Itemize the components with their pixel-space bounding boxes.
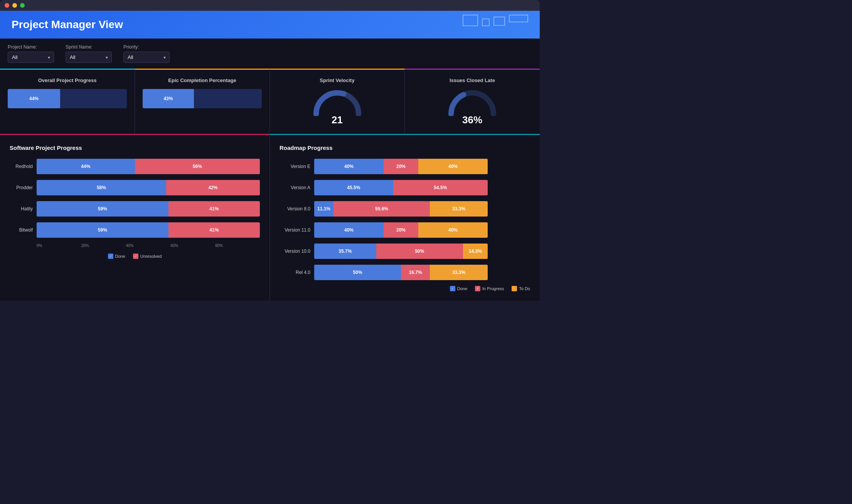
bar-label: Hatity: [10, 206, 33, 212]
roadmap-bar-track: 50%16.7%33.3%: [314, 265, 488, 280]
x-tick: 80%: [215, 244, 260, 248]
software-progress-title: Software Project Progress: [10, 144, 260, 151]
legend-color-box: ✓: [108, 254, 113, 259]
legend-item: ✓Done: [108, 254, 125, 259]
roadmap-bar-row: Version 10.035.7%50%14.3%: [280, 244, 530, 259]
todo-segment: 14.3%: [463, 244, 488, 259]
roadmap-legend-item: To Do: [512, 286, 530, 291]
project-name-filter: Project Name: All: [8, 44, 54, 63]
close-dot[interactable]: [5, 3, 9, 8]
deco-rect-3: [493, 17, 505, 26]
overall-done-fill: 44%: [8, 89, 60, 108]
done-segment: 40%: [314, 222, 384, 238]
kpi-epic-title: Epic Completion Percentage: [143, 77, 262, 83]
software-bar-row: Redhold44%56%: [10, 159, 260, 174]
window-bar: [0, 0, 540, 11]
maximize-dot[interactable]: [20, 3, 25, 8]
bar-label: Bitwolf: [10, 227, 33, 233]
header: Project Manager View: [0, 11, 540, 39]
roadmap-progress-panel: Roadmap Progress Version E40%20%40%Versi…: [270, 134, 540, 301]
done-segment: 40%: [314, 159, 384, 174]
x-tick: 40%: [126, 244, 171, 248]
bar-track: 59%41%: [37, 201, 260, 217]
todo-segment: 40%: [418, 159, 488, 174]
roadmap-bar-row: Version A45.5%54.5%: [280, 180, 530, 195]
unresolved-segment: 41%: [168, 222, 260, 238]
bar-label: Prodder: [10, 185, 33, 190]
sprint-name-filter: Sprint Name: All: [66, 44, 112, 63]
velocity-gauge: 21: [278, 89, 397, 126]
todo-segment: 33.3%: [430, 265, 488, 280]
epic-progress-bar: 43%: [143, 89, 262, 108]
legend-item: ✓Unresolved: [133, 254, 162, 259]
deco-rect-4: [509, 15, 528, 22]
header-decorations: [463, 15, 528, 26]
legend-label: Unresolved: [140, 254, 162, 259]
done-segment: 58%: [37, 180, 166, 195]
sprint-name-select-wrapper: All: [66, 52, 112, 63]
bar-label: Redhold: [10, 164, 33, 169]
kpi-overall-title: Overall Project Progress: [8, 77, 127, 83]
project-name-select[interactable]: All: [8, 52, 54, 63]
done-segment: 59%: [37, 222, 168, 238]
kpi-overall-progress: Overall Project Progress 44%: [0, 69, 135, 134]
roadmap-bar-label: Version E: [280, 164, 310, 169]
x-tick: 0%: [37, 244, 81, 248]
minimize-dot[interactable]: [12, 3, 17, 8]
roadmap-bar-row: Version E40%20%40%: [280, 159, 530, 174]
x-tick: 60%: [170, 244, 215, 248]
roadmap-bar-label: Rel 4.0: [280, 270, 310, 275]
in-progress-segment: 16.7%: [401, 265, 430, 280]
roadmap-bar-chart: Version E40%20%40%Version A45.5%54.5%Ver…: [280, 159, 530, 280]
roadmap-bar-label: Version 10.0: [280, 249, 310, 254]
epic-done-fill: 43%: [143, 89, 194, 108]
roadmap-legend-color-box: ✓: [450, 286, 455, 291]
bar-track: 58%42%: [37, 180, 260, 195]
overall-value: 44%: [29, 96, 39, 101]
x-axis: 0%20%40%60%80%: [37, 244, 260, 248]
roadmap-bar-row: Version 11.040%20%40%: [280, 222, 530, 238]
roadmap-legend-item: ✓Done: [450, 286, 467, 291]
velocity-value: 21: [332, 114, 343, 126]
software-bar-row: Prodder58%42%: [10, 180, 260, 195]
priority-label: Priority:: [123, 44, 170, 50]
software-bar-chart: Redhold44%56%Prodder58%42%Hatity59%41%Bi…: [10, 159, 260, 238]
page-title: Project Manager View: [12, 18, 528, 31]
todo-segment: 33.3%: [430, 201, 488, 217]
bar-track: 59%41%: [37, 222, 260, 238]
overall-progress-bar: 44%: [8, 89, 127, 108]
priority-filter: Priority: All: [123, 44, 170, 63]
unresolved-segment: 42%: [166, 180, 260, 195]
x-tick: 20%: [81, 244, 126, 248]
roadmap-bar-row: Version 8.011.1%55.6%33.3%: [280, 201, 530, 217]
kpi-sprint-velocity: Sprint Velocity 21: [270, 69, 405, 134]
filters-bar: Project Name: All Sprint Name: All Prior…: [0, 39, 540, 69]
kpi-issues-closed: Issues Closed Late 36%: [405, 69, 540, 134]
roadmap-bar-track: 40%20%40%: [314, 222, 488, 238]
todo-segment: 40%: [418, 222, 488, 238]
project-name-label: Project Name:: [8, 44, 54, 50]
deco-rect-2: [482, 18, 490, 26]
done-segment: 35.7%: [314, 244, 376, 259]
roadmap-title: Roadmap Progress: [280, 144, 530, 151]
legend-label: Done: [115, 254, 125, 259]
roadmap-bar-label: Version 11.0: [280, 227, 310, 233]
priority-select[interactable]: All: [123, 52, 170, 63]
software-bar-row: Hatity59%41%: [10, 201, 260, 217]
sprint-name-label: Sprint Name:: [66, 44, 112, 50]
done-segment: 45.5%: [314, 180, 393, 195]
roadmap-bar-row: Rel 4.050%16.7%33.3%: [280, 265, 530, 280]
roadmap-legend: ✓Done✗In ProgressTo Do: [280, 286, 530, 291]
kpi-row: Overall Project Progress 44% Epic Comple…: [0, 69, 540, 134]
issues-gauge: 36%: [413, 89, 532, 126]
epic-value: 43%: [163, 96, 173, 101]
legend-color-box: ✓: [133, 254, 138, 259]
roadmap-bar-track: 11.1%55.6%33.3%: [314, 201, 488, 217]
priority-select-wrapper: All: [123, 52, 170, 63]
in-progress-segment: 55.6%: [333, 201, 430, 217]
unresolved-segment: 56%: [135, 159, 260, 174]
sprint-name-select[interactable]: All: [66, 52, 112, 63]
issues-gauge-svg: [447, 89, 497, 116]
roadmap-legend-label: In Progress: [482, 286, 504, 291]
software-legend: ✓Done✓Unresolved: [10, 254, 260, 259]
